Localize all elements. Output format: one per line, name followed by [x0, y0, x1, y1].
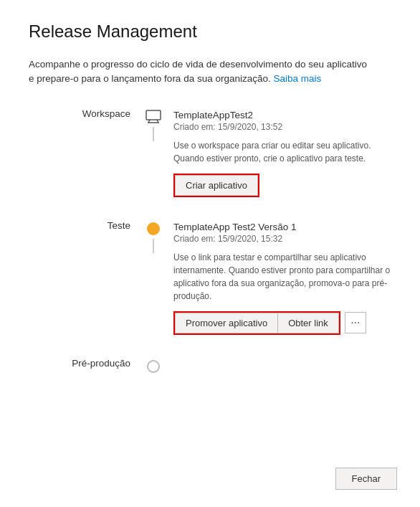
description-text: Acompanhe o progresso do ciclo de vida d…	[29, 57, 373, 87]
create-app-button[interactable]: Criar aplicativo	[175, 175, 258, 196]
workspace-item-desc: Use o workspace para criar ou editar seu…	[173, 139, 391, 165]
create-app-highlight: Criar aplicativo	[173, 174, 259, 197]
node-icon-teste	[143, 219, 163, 239]
stage-label-preproducao: Pré-produção	[72, 356, 130, 369]
workspace-item-title: TemplateAppTest2	[173, 107, 391, 120]
node-icon-preproducao	[143, 356, 163, 376]
dialog-footer: Fechar	[335, 468, 397, 490]
promote-app-button[interactable]: Promover aplicativo	[175, 313, 278, 333]
page-title: Release Management	[29, 22, 391, 42]
stage-label-workspace: Workspace	[82, 107, 130, 119]
teste-item-created: Criado em: 15/9/2020, 15:32	[173, 234, 391, 244]
get-link-button[interactable]: Obter link	[278, 313, 339, 333]
learn-more-link[interactable]: Saiba mais	[273, 73, 321, 84]
workspace-button-group: Criar aplicativo	[173, 174, 391, 197]
more-options-button[interactable]: ···	[345, 312, 366, 333]
node-icon-workspace	[143, 107, 163, 127]
svg-rect-0	[146, 110, 161, 120]
timeline: Workspace TemplateAppTest2 Criado em: 15…	[72, 107, 391, 378]
teste-item-title: TemplateApp Test2 Versão 1	[173, 219, 391, 232]
workspace-item-created: Criado em: 15/9/2020, 13:52	[173, 122, 391, 132]
close-button[interactable]: Fechar	[335, 468, 397, 490]
yellow-circle-icon	[147, 222, 160, 235]
timeline-item-teste: Teste TemplateApp Test2 Versão 1 Criado …	[72, 219, 391, 356]
timeline-item-workspace: Workspace TemplateAppTest2 Criado em: 15…	[72, 107, 391, 219]
timeline-item-preproducao: Pré-produção	[72, 356, 391, 378]
stage-label-teste: Teste	[108, 219, 130, 231]
teste-highlight-group: Promover aplicativo Obter link	[173, 311, 340, 335]
release-management-dialog: Release Management Acompanhe o progresso…	[0, 0, 420, 507]
teste-button-group: Promover aplicativo Obter link ···	[173, 311, 391, 335]
teste-item-desc: Use o link para testar e compartilhar se…	[173, 251, 391, 303]
empty-circle-icon	[147, 360, 160, 373]
monitor-icon	[143, 107, 163, 127]
